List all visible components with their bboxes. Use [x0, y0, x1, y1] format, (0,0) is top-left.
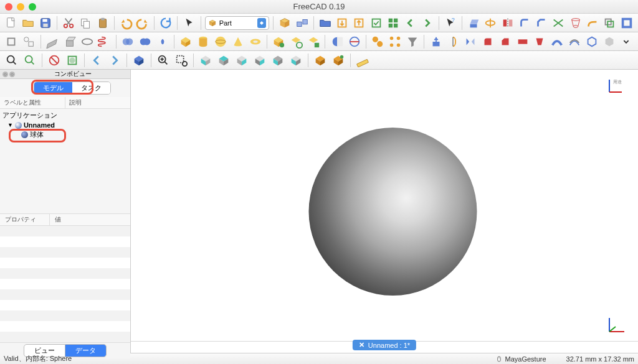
measure-icon[interactable]	[355, 52, 371, 68]
extrude2-icon[interactable]	[428, 34, 444, 50]
rear-icon[interactable]	[252, 52, 268, 68]
mirror2-icon[interactable]	[463, 34, 478, 50]
link-all-icon[interactable]	[386, 15, 401, 31]
cursor-icon[interactable]	[181, 15, 196, 31]
nav-fwd-icon[interactable]	[419, 15, 434, 31]
viewport-document-tab[interactable]: ✕ Unnamed : 1*	[353, 340, 416, 350]
mirror-icon[interactable]	[500, 15, 515, 31]
separator	[154, 16, 155, 30]
nav-right-icon[interactable]	[107, 52, 123, 68]
thickness2-icon[interactable]	[584, 34, 599, 50]
part-plane-icon[interactable]	[45, 34, 60, 50]
part-cone-icon[interactable]	[230, 34, 245, 50]
rendered-sphere[interactable]	[309, 128, 477, 296]
cross-icon[interactable]	[346, 34, 362, 50]
nav-left-icon[interactable]	[88, 52, 105, 68]
top-icon[interactable]	[216, 52, 232, 68]
close-tab-icon[interactable]: ✕	[359, 341, 364, 349]
part-ellipse-icon[interactable]	[79, 34, 95, 50]
offset2-icon[interactable]	[567, 34, 583, 50]
whatsthis-icon[interactable]: ?	[443, 15, 458, 31]
sweep-icon[interactable]	[585, 15, 600, 31]
save-icon[interactable]	[38, 15, 53, 31]
link-select-icon[interactable]	[368, 15, 383, 31]
link-export-icon[interactable]	[351, 15, 366, 31]
projection-icon[interactable]	[601, 34, 617, 50]
bottom-icon[interactable]	[270, 52, 286, 68]
svg-point-21	[571, 18, 579, 21]
common-icon[interactable]	[155, 34, 170, 50]
zoom-in-icon[interactable]	[155, 52, 171, 68]
part-shapebuild-icon[interactable]	[21, 34, 37, 50]
fillet2-icon[interactable]	[480, 34, 496, 50]
fuse-icon[interactable]	[137, 34, 153, 50]
part-prism-icon[interactable]	[271, 34, 287, 50]
extrude-icon[interactable]	[466, 15, 481, 31]
tab-task[interactable]: タスク	[72, 82, 110, 94]
panel-menu-icon[interactable]: ○	[2, 72, 8, 77]
folder-icon[interactable]	[318, 15, 333, 31]
svg-point-30	[82, 39, 92, 44]
front-icon[interactable]	[198, 52, 214, 68]
sweep2-icon[interactable]	[550, 34, 565, 50]
new-file-icon[interactable]	[4, 15, 19, 31]
workbench-selector[interactable]: Part	[205, 16, 269, 30]
tree-root[interactable]: アプリケーション	[2, 110, 128, 121]
part-torus-icon[interactable]	[247, 34, 263, 50]
revolve2-icon[interactable]	[445, 34, 461, 50]
left-icon[interactable]	[288, 52, 304, 68]
cut-icon[interactable]	[61, 15, 76, 31]
iso3-icon[interactable]	[330, 52, 346, 68]
offset3d-icon[interactable]	[602, 15, 617, 31]
link-make-icon[interactable]	[277, 15, 292, 31]
section-icon[interactable]	[329, 34, 345, 50]
paste-icon[interactable]	[95, 15, 110, 31]
open-file-icon[interactable]	[21, 15, 36, 31]
part-box2-icon[interactable]	[62, 34, 77, 50]
fillet-icon[interactable]	[517, 15, 532, 31]
link-actions-icon[interactable]	[294, 15, 309, 31]
panel-close-icon[interactable]: ○	[9, 72, 15, 77]
revolve-icon[interactable]	[483, 15, 498, 31]
explode-icon[interactable]	[388, 34, 403, 50]
svg-rect-3	[43, 23, 47, 26]
ruled2-icon[interactable]	[515, 34, 530, 50]
chamfer2-icon[interactable]	[497, 34, 513, 50]
tree-item-sphere[interactable]: 球体	[2, 129, 128, 140]
draw-style-icon[interactable]	[46, 52, 62, 68]
tree-document[interactable]: ▼ Unnamed	[2, 121, 128, 129]
loft-icon[interactable]	[568, 15, 583, 31]
part-cylinder-icon[interactable]	[196, 34, 211, 50]
bbox-icon[interactable]	[64, 52, 80, 68]
loft2-icon[interactable]	[532, 34, 548, 50]
redo-icon[interactable]	[135, 15, 150, 31]
part-helix-icon[interactable]	[97, 34, 112, 50]
disclosure-triangle-icon[interactable]: ▼	[7, 122, 13, 128]
right-icon[interactable]	[234, 52, 250, 68]
nav-back-icon[interactable]	[402, 15, 417, 31]
expand-icon[interactable]	[619, 34, 634, 50]
fit-all-icon[interactable]	[4, 52, 20, 68]
zoom-box-icon[interactable]	[173, 52, 189, 68]
undo-icon[interactable]	[118, 15, 133, 31]
part-box-build-icon[interactable]	[4, 34, 19, 50]
part-tube-icon[interactable]	[306, 34, 321, 50]
tab-model[interactable]: モデル	[34, 82, 72, 94]
iso2-icon[interactable]	[312, 52, 328, 68]
thickness-icon[interactable]	[619, 15, 634, 31]
copy-icon[interactable]	[78, 15, 93, 31]
part-sphere-icon[interactable]	[213, 34, 229, 50]
isometric-icon[interactable]	[131, 52, 147, 68]
compound-icon[interactable]	[370, 34, 386, 50]
part-cube-icon[interactable]	[178, 34, 194, 50]
3d-viewport[interactable]: 用途 ✕ Unnamed : 1*	[131, 70, 638, 353]
filter-icon[interactable]	[404, 34, 420, 50]
fit-selection-icon[interactable]	[22, 52, 38, 68]
refresh-icon[interactable]	[158, 15, 173, 31]
chamfer-icon[interactable]	[534, 15, 549, 31]
boolean-icon[interactable]	[120, 34, 136, 50]
navigation-style[interactable]: MayaGesture	[495, 355, 546, 363]
part-wedge-icon[interactable]	[288, 34, 304, 50]
ruled-icon[interactable]	[551, 15, 566, 31]
link-import-icon[interactable]	[335, 15, 350, 31]
